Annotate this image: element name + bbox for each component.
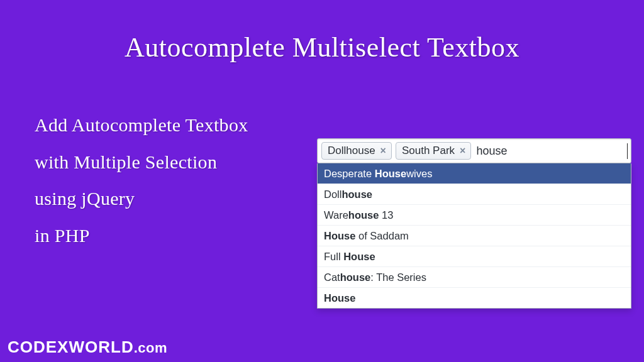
token-label: South Park bbox=[402, 145, 455, 157]
dropdown-item-match: House bbox=[324, 292, 355, 304]
autocomplete-text-input[interactable]: house bbox=[475, 143, 627, 160]
dropdown-item-match: house bbox=[340, 272, 371, 283]
autocomplete-dropdown: Desperate HousewivesDollhouseWarehouse 1… bbox=[317, 163, 631, 309]
dropdown-item[interactable]: House bbox=[318, 288, 631, 308]
dropdown-item[interactable]: Cathouse: The Series bbox=[318, 267, 631, 288]
autocomplete-input-box[interactable]: Dollhouse × South Park × house bbox=[317, 138, 631, 163]
subtitle-line: with Multiple Selection bbox=[35, 144, 248, 181]
dropdown-item-text: Doll bbox=[324, 189, 341, 200]
selected-token[interactable]: South Park × bbox=[396, 142, 471, 160]
watermark-brand: CODEXWORLD bbox=[8, 337, 134, 356]
dropdown-item-text: 13 bbox=[379, 209, 393, 221]
dropdown-item-text: : The Series bbox=[370, 272, 426, 283]
token-label: Dollhouse bbox=[328, 145, 375, 157]
dropdown-item-text: of Saddam bbox=[355, 230, 408, 241]
subtitle-line: using jQuery bbox=[35, 180, 248, 217]
close-icon[interactable]: × bbox=[379, 146, 387, 156]
subtitle-line: Add Autocomplete Textbox bbox=[35, 107, 248, 144]
autocomplete-widget: Dollhouse × South Park × house Desperate… bbox=[317, 138, 631, 309]
dropdown-item[interactable]: House of Saddam bbox=[318, 226, 631, 246]
dropdown-item[interactable]: Dollhouse bbox=[318, 184, 631, 205]
watermark: CODEXWORLD.com bbox=[8, 337, 167, 357]
dropdown-item[interactable]: Full House bbox=[318, 246, 631, 267]
page-title: Autocomplete Multiselect Textbox bbox=[0, 0, 644, 63]
close-icon[interactable]: × bbox=[458, 146, 467, 156]
dropdown-item-text: wives bbox=[406, 168, 432, 179]
dropdown-item-text: Ware bbox=[324, 209, 348, 221]
dropdown-item-text: Full bbox=[324, 251, 343, 262]
dropdown-item-match: House bbox=[324, 230, 355, 241]
dropdown-item-match: House bbox=[343, 251, 375, 262]
dropdown-item[interactable]: Warehouse 13 bbox=[318, 205, 631, 226]
subtitle: Add Autocomplete Textbox with Multiple S… bbox=[35, 107, 248, 254]
dropdown-item[interactable]: Desperate Housewives bbox=[318, 163, 631, 184]
watermark-suffix: .com bbox=[134, 340, 167, 356]
dropdown-item-text: Cat bbox=[324, 272, 340, 283]
subtitle-line: in PHP bbox=[35, 217, 248, 255]
dropdown-item-match: house bbox=[348, 209, 379, 221]
dropdown-item-match: house bbox=[341, 189, 372, 200]
selected-token[interactable]: Dollhouse × bbox=[321, 142, 392, 160]
dropdown-item-match: House bbox=[375, 168, 406, 179]
dropdown-item-text: Desperate bbox=[324, 168, 375, 179]
